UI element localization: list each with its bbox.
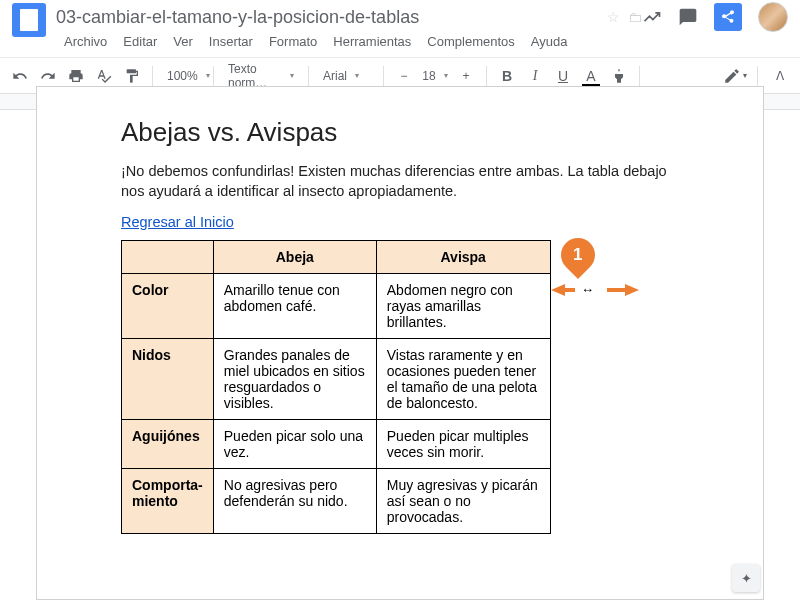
row-label-aguijones[interactable]: Aguijónes	[122, 420, 214, 469]
menu-formato[interactable]: Formato	[263, 32, 323, 51]
table-header-empty[interactable]	[122, 241, 214, 274]
cell-color-abeja[interactable]: Amarillo tenue con abdomen café.	[213, 274, 376, 339]
comments-icon[interactable]	[678, 7, 698, 27]
menu-insertar[interactable]: Insertar	[203, 32, 259, 51]
menu-ver[interactable]: Ver	[167, 32, 199, 51]
highlight-button[interactable]	[607, 64, 631, 88]
paragraph-style-select[interactable]: Texto norm…	[222, 64, 300, 88]
row-label-comportamiento[interactable]: Comporta-miento	[122, 469, 214, 534]
italic-button[interactable]: I	[523, 64, 547, 88]
undo-button[interactable]	[8, 64, 32, 88]
document-title[interactable]: 03-cambiar-el-tamano-y-la-posicion-de-ta…	[56, 7, 599, 28]
row-label-color[interactable]: Color	[122, 274, 214, 339]
edit-mode-button[interactable]: ▾	[723, 64, 747, 88]
cell-aguijones-avispa[interactable]: Pueden picar multiples veces sin morir.	[376, 420, 550, 469]
menu-ayuda[interactable]: Ayuda	[525, 32, 574, 51]
menu-bar: Archivo Editar Ver Insertar Formato Herr…	[0, 28, 800, 58]
cell-nidos-avispa[interactable]: Vistas raramente y en ocasiones pueden t…	[376, 339, 550, 420]
font-size-increase[interactable]: +	[454, 64, 478, 88]
cell-comportamiento-abeja[interactable]: No agresivas pero defenderán su nido.	[213, 469, 376, 534]
font-size-decrease[interactable]: −	[392, 64, 416, 88]
document-page[interactable]: Abejas vs. Avispas ¡No debemos confundir…	[36, 86, 764, 600]
format-paint-button[interactable]	[120, 64, 144, 88]
docs-logo[interactable]	[12, 3, 46, 37]
collapse-toolbar-button[interactable]: ᐱ	[768, 64, 792, 88]
cell-aguijones-abeja[interactable]: Pueden picar solo una vez.	[213, 420, 376, 469]
underline-button[interactable]: U	[551, 64, 575, 88]
share-button[interactable]	[714, 3, 742, 31]
menu-archivo[interactable]: Archivo	[58, 32, 113, 51]
intro-paragraph[interactable]: ¡No debemos confundirlas! Existen muchas…	[121, 162, 679, 201]
activity-icon[interactable]	[642, 7, 662, 27]
bold-button[interactable]: B	[495, 64, 519, 88]
menu-editar[interactable]: Editar	[117, 32, 163, 51]
explore-button[interactable]	[732, 564, 760, 592]
zoom-select[interactable]: 100%	[161, 64, 205, 88]
font-select[interactable]: Arial	[317, 64, 375, 88]
callout-badge: 1	[561, 238, 595, 272]
menu-complementos[interactable]: Complementos	[421, 32, 520, 51]
menu-herramientas[interactable]: Herramientas	[327, 32, 417, 51]
row-label-nidos[interactable]: Nidos	[122, 339, 214, 420]
folder-icon[interactable]: 🗀	[628, 9, 642, 25]
print-button[interactable]	[64, 64, 88, 88]
cell-color-avispa[interactable]: Abdomen negro con rayas amarillas brilla…	[376, 274, 550, 339]
comparison-table[interactable]: Abeja Avispa Color Amarillo tenue con ab…	[121, 240, 551, 534]
cell-nidos-abeja[interactable]: Grandes panales de miel ubicados en siti…	[213, 339, 376, 420]
cell-comportamiento-avispa[interactable]: Muy agresivas y picarán así sean o no pr…	[376, 469, 550, 534]
column-resize-handle[interactable]: ↔	[581, 282, 591, 297]
heading-1[interactable]: Abejas vs. Avispas	[121, 117, 679, 148]
back-link[interactable]: Regresar al Inicio	[121, 214, 234, 230]
text-color-button[interactable]	[579, 64, 603, 88]
resize-arrows-annotation: ↔	[551, 282, 625, 297]
table-header-abeja[interactable]: Abeja	[213, 241, 376, 274]
star-icon[interactable]: ☆	[607, 9, 620, 25]
spellcheck-button[interactable]	[92, 64, 116, 88]
redo-button[interactable]	[36, 64, 60, 88]
table-header-avispa[interactable]: Avispa	[376, 241, 550, 274]
user-avatar[interactable]	[758, 2, 788, 32]
font-size-select[interactable]: 18	[420, 64, 450, 88]
